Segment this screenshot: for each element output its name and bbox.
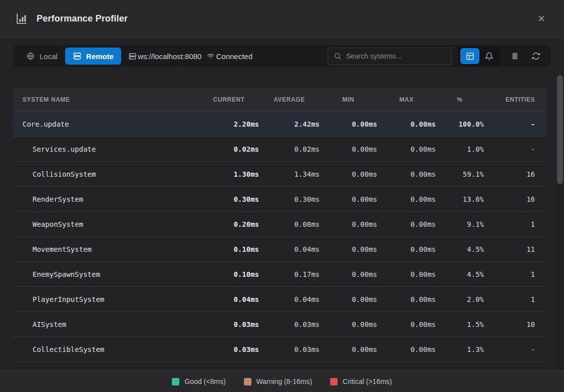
- refresh-button[interactable]: [527, 48, 544, 65]
- current-cell: 0.04ms: [199, 295, 259, 303]
- refresh-icon: [531, 52, 540, 61]
- legend-item: Critical (>16ms): [330, 377, 392, 385]
- average-cell: 0.04ms: [259, 295, 320, 303]
- search-input[interactable]: [346, 52, 446, 60]
- max-cell: 0.00ms: [377, 220, 436, 228]
- close-icon[interactable]: [534, 11, 549, 26]
- system-name-cell: Core.update: [23, 120, 199, 128]
- table-row[interactable]: Services.update 0.02ms 0.02ms 0.00ms 0.0…: [13, 137, 546, 162]
- average-cell: 0.04ms: [259, 245, 320, 253]
- table-row[interactable]: Core.update 2.20ms 2.42ms 0.00ms 0.00ms …: [13, 112, 546, 137]
- average-cell: 0.03ms: [259, 320, 320, 328]
- min-cell: 0.00ms: [320, 170, 377, 178]
- table-row[interactable]: AISystem 0.03ms 0.03ms 0.00ms 0.00ms 1.5…: [13, 312, 546, 337]
- table-row[interactable]: CollectibleSystem 0.03ms 0.03ms 0.00ms 0…: [13, 337, 546, 362]
- column-header-current[interactable]: CURRENT: [199, 96, 259, 103]
- table-body: Core.update 2.20ms 2.42ms 0.00ms 0.00ms …: [13, 112, 546, 362]
- entities-cell: -: [484, 345, 535, 353]
- entities-cell: 1: [484, 295, 535, 303]
- table-row[interactable]: RenderSystem 0.30ms 0.30ms 0.00ms 0.00ms…: [13, 187, 546, 212]
- entities-cell: -: [484, 120, 535, 128]
- table-view-button[interactable]: [460, 48, 479, 64]
- system-name-cell: RenderSystem: [23, 195, 199, 203]
- max-cell: 0.00ms: [377, 120, 436, 128]
- min-cell: 0.00ms: [320, 270, 377, 278]
- view-toggle-group: [458, 46, 500, 66]
- connection-status-text: Connected: [216, 52, 252, 61]
- alerts-button[interactable]: [479, 48, 498, 64]
- table-row[interactable]: WeaponSystem 0.20ms 0.08ms 0.00ms 0.00ms…: [13, 212, 546, 237]
- table-row[interactable]: EnemySpawnSystem 0.10ms 0.17ms 0.00ms 0.…: [13, 262, 546, 287]
- entities-cell: -: [484, 145, 535, 153]
- system-name-cell: Services.update: [23, 145, 199, 153]
- max-cell: 0.00ms: [377, 270, 436, 278]
- entities-cell: 1: [484, 270, 535, 278]
- entities-cell: 16: [484, 170, 535, 178]
- average-cell: 1.34ms: [259, 170, 320, 178]
- table-row[interactable]: MovementSystem 0.10ms 0.04ms 0.00ms 0.00…: [13, 237, 546, 262]
- min-cell: 0.00ms: [320, 120, 377, 128]
- max-cell: 0.00ms: [377, 195, 436, 203]
- current-cell: 0.03ms: [199, 345, 259, 353]
- legend-label: Good (<8ms): [184, 377, 225, 385]
- pause-button[interactable]: [506, 48, 523, 65]
- entities-cell: 16: [484, 195, 535, 203]
- remote-mode-button[interactable]: Remote: [65, 48, 121, 65]
- current-cell: 0.20ms: [199, 220, 259, 228]
- legend-item: Good (<8ms): [172, 377, 225, 385]
- current-cell: 1.30ms: [199, 170, 259, 178]
- min-cell: 0.00ms: [320, 195, 377, 203]
- column-header-system-name[interactable]: SYSTEM NAME: [23, 96, 199, 103]
- column-header-percent[interactable]: %: [436, 96, 484, 103]
- column-header-average[interactable]: AVERAGE: [259, 96, 320, 103]
- column-header-max[interactable]: MAX: [377, 96, 436, 103]
- bar-chart-icon: [15, 12, 28, 25]
- system-name-cell: CollisionSystem: [23, 170, 199, 178]
- percent-cell: 4.5%: [436, 270, 484, 278]
- systems-table: SYSTEM NAME CURRENT AVERAGE MIN MAX % EN…: [13, 88, 546, 362]
- system-name-cell: AISystem: [23, 320, 199, 328]
- percent-cell: 13.6%: [436, 195, 484, 203]
- average-cell: 2.42ms: [259, 120, 320, 128]
- average-cell: 0.30ms: [259, 195, 320, 203]
- legend-color-swatch: [330, 378, 338, 385]
- percent-cell: 1.5%: [436, 320, 484, 328]
- percent-cell: 4.5%: [436, 245, 484, 253]
- average-cell: 0.17ms: [259, 270, 320, 278]
- average-cell: 0.02ms: [259, 145, 320, 153]
- search-box: [328, 48, 452, 65]
- toolbar: Local Remote ws://localhost:8080: [14, 45, 550, 67]
- legend-item: Warning (8-16ms): [244, 377, 313, 385]
- percent-cell: 100.0%: [436, 120, 484, 128]
- websocket-url: ws://localhost:8080: [128, 52, 202, 61]
- table-row[interactable]: PlayerInputSystem 0.04ms 0.04ms 0.00ms 0…: [13, 287, 546, 312]
- current-cell: 2.20ms: [199, 120, 259, 128]
- system-name-cell: PlayerInputSystem: [23, 295, 199, 303]
- min-cell: 0.00ms: [320, 145, 377, 153]
- column-header-min[interactable]: MIN: [320, 96, 377, 103]
- max-cell: 0.00ms: [377, 245, 436, 253]
- current-cell: 0.10ms: [199, 245, 259, 253]
- table-row[interactable]: CollisionSystem 1.30ms 1.34ms 0.00ms 0.0…: [13, 162, 546, 187]
- current-cell: 0.03ms: [199, 320, 259, 328]
- scrollbar-thumb[interactable]: [557, 75, 563, 184]
- percent-cell: 59.1%: [436, 170, 484, 178]
- bell-icon: [485, 52, 493, 61]
- legend-color-swatch: [172, 378, 179, 385]
- percent-cell: 1.0%: [436, 145, 484, 153]
- local-mode-label: Local: [40, 52, 58, 61]
- percent-cell: 1.3%: [436, 345, 484, 353]
- scrollbar[interactable]: [557, 75, 563, 370]
- server-icon: [73, 52, 82, 61]
- table-header-row: SYSTEM NAME CURRENT AVERAGE MIN MAX % EN…: [13, 88, 546, 112]
- max-cell: 0.00ms: [377, 170, 436, 178]
- local-mode-button[interactable]: Local: [19, 48, 65, 65]
- search-icon: [334, 52, 342, 60]
- entities-cell: 11: [484, 245, 535, 253]
- min-cell: 0.00ms: [320, 220, 377, 228]
- legend-label: Warning (8-16ms): [256, 377, 313, 385]
- min-cell: 0.00ms: [320, 245, 377, 253]
- current-cell: 0.02ms: [199, 145, 259, 153]
- cpu-icon: [26, 52, 35, 61]
- column-header-entities[interactable]: ENTITIES: [484, 96, 535, 103]
